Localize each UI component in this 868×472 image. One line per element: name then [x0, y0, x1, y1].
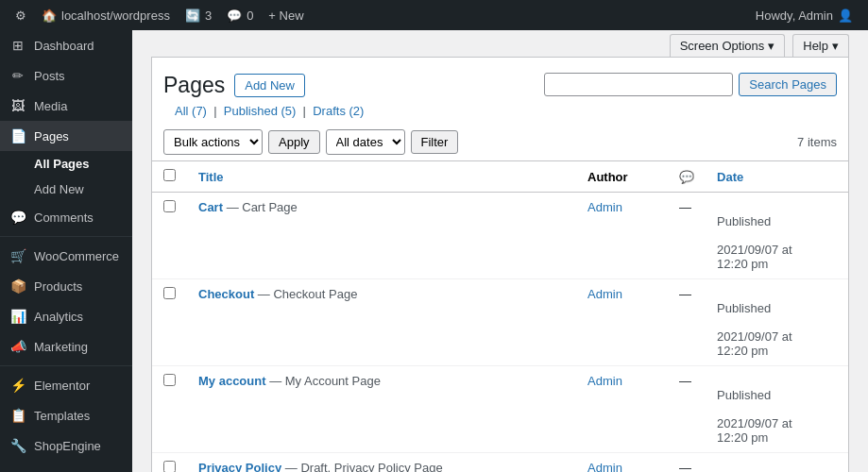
row-date-cell: Published 2021/09/07 at 12:20 pm — [706, 366, 848, 453]
sidebar-divider-2 — [0, 365, 132, 366]
author-link[interactable]: Admin — [587, 374, 622, 388]
page-top-right: Search Pages — [544, 73, 837, 96]
author-link[interactable]: Admin — [587, 461, 622, 472]
sidebar-label-products: Products — [34, 279, 82, 294]
sidebar-item-posts[interactable]: ✏ Posts — [0, 60, 132, 91]
page-title-link[interactable]: My account — [198, 374, 266, 388]
page-type-label: — My Account Page — [269, 374, 381, 388]
sidebar-divider-1 — [0, 236, 132, 237]
sidebar-item-comments[interactable]: 💬 Comments — [0, 202, 132, 232]
filter-drafts-link[interactable]: Drafts (2) — [313, 104, 364, 118]
sidebar-item-templates[interactable]: 📋 Templates — [0, 400, 132, 430]
date-value: 2021/09/07 at 12:20 pm — [717, 416, 792, 445]
row-checkbox[interactable] — [163, 287, 176, 299]
filter-published-link[interactable]: Published (5) — [224, 104, 297, 118]
sidebar-label-media: Media — [34, 99, 67, 113]
row-author-cell: Admin — [576, 453, 668, 473]
marketing-icon: 📣 — [9, 339, 26, 354]
admin-bar-howdy-text: Howdy, Admin — [756, 8, 833, 23]
date-value: 2021/09/07 at 12:20 pm — [717, 243, 792, 271]
th-title-link[interactable]: Title — [198, 170, 224, 184]
admin-bar: ⚙ 🏠 localhost/wordpress 🔄 3 💬 0 + New Ho… — [0, 0, 868, 30]
author-link[interactable]: Admin — [587, 200, 622, 214]
th-date[interactable]: Date — [706, 161, 848, 193]
help-button[interactable]: Help ▾ — [792, 34, 849, 57]
admin-bar-howdy[interactable]: Howdy, Admin 👤 — [748, 8, 860, 23]
th-author: Author — [576, 161, 668, 193]
page-title-link[interactable]: Checkout — [198, 287, 254, 301]
comments-icon: 💬 — [227, 8, 242, 23]
screen-options-arrow: ▾ — [768, 39, 774, 53]
updates-icon: 🔄 — [185, 8, 200, 23]
admin-bar-updates-count: 3 — [205, 8, 212, 23]
filter-button[interactable]: Filter — [411, 130, 459, 154]
admin-bar-wp-icon[interactable]: ⚙ — [8, 0, 34, 30]
sidebar-item-media[interactable]: 🖼 Media — [0, 91, 132, 121]
admin-bar-right: Howdy, Admin 👤 — [748, 8, 860, 23]
page-header: Pages Add New — [163, 65, 364, 98]
sidebar-label-comments: Comments — [34, 211, 94, 225]
admin-bar-site[interactable]: 🏠 localhost/wordpress — [34, 0, 178, 30]
row-checkbox[interactable] — [163, 200, 176, 212]
select-all-checkbox[interactable] — [163, 169, 176, 181]
sidebar-sublabel-all-pages: All Pages — [34, 157, 90, 171]
add-new-button[interactable]: Add New — [234, 74, 305, 97]
row-author-cell: Admin — [576, 279, 668, 366]
search-input[interactable] — [544, 73, 733, 96]
row-checkbox-cell — [152, 453, 187, 473]
row-title-cell: My account — My Account Page — [187, 366, 576, 453]
page-type-label: — Cart Page — [227, 200, 298, 214]
sidebar-sublabel-add-new: Add New — [34, 182, 84, 196]
pages-table: Title Author 💬 Date Cart — Cart Page Adm… — [152, 161, 848, 472]
bulk-actions-select[interactable]: Bulk actions — [163, 129, 263, 155]
dates-filter-select[interactable]: All dates — [326, 129, 405, 155]
templates-icon: 📋 — [9, 408, 26, 423]
sidebar: ⊞ Dashboard ✏ Posts 🖼 Media 📄 Pages All … — [0, 30, 132, 472]
search-pages-button[interactable]: Search Pages — [739, 73, 837, 96]
sidebar-subitem-all-pages[interactable]: All Pages — [0, 151, 132, 177]
filter-all-link[interactable]: All (7) — [175, 104, 207, 118]
sidebar-label-woocommerce: WooCommerce — [34, 249, 119, 263]
top-bar: Screen Options ▾ Help ▾ — [132, 30, 868, 57]
comment-count: — — [679, 461, 691, 472]
page-title-link[interactable]: Cart — [198, 200, 223, 214]
apply-button[interactable]: Apply — [268, 130, 320, 154]
author-link[interactable]: Admin — [587, 287, 622, 301]
th-title: Title — [187, 161, 576, 193]
comment-count: — — [679, 374, 691, 388]
sidebar-item-elementor[interactable]: ⚡ Elementor — [0, 370, 132, 400]
page-top-left: Pages Add New All (7) | Published (5) | … — [163, 65, 364, 124]
admin-bar-new[interactable]: + New — [261, 0, 311, 30]
row-author-cell: Admin — [576, 193, 668, 279]
sidebar-subitem-add-new[interactable]: Add New — [0, 177, 132, 202]
screen-options-button[interactable]: Screen Options ▾ — [670, 34, 786, 57]
woocommerce-icon: 🛒 — [9, 248, 26, 263]
sidebar-item-pages[interactable]: 📄 Pages — [0, 121, 132, 151]
pages-tbody: Cart — Cart Page Admin — Published 2021/… — [152, 193, 848, 473]
sidebar-item-shopengine[interactable]: 🔧 ShopEngine — [0, 430, 132, 461]
main-content: Screen Options ▾ Help ▾ Pages Add New — [132, 30, 868, 472]
sidebar-item-analytics[interactable]: 📊 Analytics — [0, 301, 132, 331]
admin-bar-comments[interactable]: 💬 0 — [219, 0, 261, 30]
page-type-label: — Draft, Privacy Policy Page — [285, 461, 443, 472]
page-title-link[interactable]: Privacy Policy — [198, 461, 281, 472]
sidebar-item-marketing[interactable]: 📣 Marketing — [0, 331, 132, 362]
sidebar-label-templates: Templates — [34, 409, 90, 423]
posts-icon: ✏ — [9, 68, 26, 83]
row-author-cell: Admin — [576, 366, 668, 453]
table-row: Privacy Policy — Draft, Privacy Policy P… — [152, 453, 848, 473]
admin-bar-updates[interactable]: 🔄 3 — [178, 0, 219, 30]
sidebar-item-products[interactable]: 📦 Products — [0, 271, 132, 301]
sidebar-item-woocommerce[interactable]: 🛒 WooCommerce — [0, 241, 132, 271]
page-title: Pages — [163, 73, 225, 98]
row-date-cell: Last Modified 2021/08/01 at 5:01 am — [706, 453, 848, 473]
admin-bar-comments-count: 0 — [247, 8, 253, 23]
sidebar-label-posts: Posts — [34, 69, 65, 83]
sidebar-item-dashboard[interactable]: ⊞ Dashboard — [0, 30, 132, 60]
page-type-label: — Checkout Page — [258, 287, 358, 301]
date-status-label: Published — [717, 214, 771, 228]
row-comments-cell: — — [668, 279, 706, 366]
th-comments: 💬 — [668, 161, 706, 193]
row-checkbox[interactable] — [163, 374, 176, 386]
row-checkbox[interactable] — [163, 461, 176, 472]
